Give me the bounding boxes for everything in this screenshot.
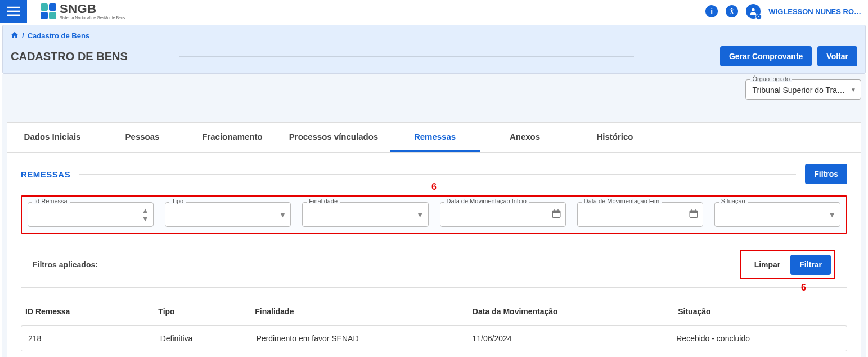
data-inicio-field[interactable]: Data de Movimentação Início [440,202,566,227]
col-situacao: Situação [676,307,845,316]
cell-data: 11/06/2024 [470,334,674,343]
chevron-down-icon: ▼ [416,210,424,219]
cell-id: 218 [26,334,158,343]
tab-remessas[interactable]: Remessas [390,123,480,152]
svg-rect-10 [690,211,698,213]
cell-situacao: Recebido - concluido [674,334,842,343]
tab-anexos[interactable]: Anexos [480,123,570,152]
accessibility-svg [728,7,736,15]
id-remessa-field[interactable]: Id Remessa ▲▼ [28,202,154,227]
filtros-button[interactable]: Filtros [805,164,847,184]
breadcrumb-current[interactable]: Cadastro de Bens [28,32,90,40]
data-fim-field[interactable]: Data de Movimentação Fim [577,202,703,227]
cell-tipo: Definitiva [158,334,254,343]
username-link[interactable]: WIGLESSON NUNES RO… [768,7,861,16]
situacao-input[interactable] [714,202,840,227]
situacao-select[interactable]: Situação ▼ [714,202,840,227]
svg-rect-2 [7,15,20,16]
limpar-button[interactable]: Limpar [744,255,791,275]
divider [79,174,796,175]
col-finalidade: Finalidade [253,307,470,316]
svg-rect-0 [7,7,20,8]
data-inicio-input[interactable] [440,202,566,227]
calendar-icon[interactable] [689,209,699,221]
hamburger-menu-button[interactable] [0,0,27,23]
panel-title: REMESSAS [21,169,70,179]
chevron-down-icon: ▼ [278,210,286,219]
orgao-logado-select[interactable]: Órgão logado Tribunal Superior do Tra… ▼ [745,79,861,100]
data-fim-input[interactable] [577,202,703,227]
annotation-top: 6 [431,182,437,192]
verified-badge-icon: ✓ [755,14,762,20]
breadcrumb: / Cadastro de Bens [11,29,857,46]
voltar-button[interactable]: Voltar [817,46,857,66]
gerar-comprovante-button[interactable]: Gerar Comprovante [720,46,812,66]
annotation-bottom: 6 [801,283,806,293]
table-row[interactable]: 218 Definitiva Perdimento em favor SENAD… [21,325,847,351]
tab-dados-iniciais[interactable]: Dados Iniciais [7,123,97,152]
filtrar-button[interactable]: Filtrar [790,255,831,275]
finalidade-input[interactable] [302,202,428,227]
calendar-icon[interactable] [551,209,561,221]
accessibility-icon[interactable] [726,5,738,17]
finalidade-select[interactable]: Finalidade ▼ [302,202,428,227]
svg-point-3 [731,8,732,9]
tab-historico[interactable]: Histórico [570,123,660,152]
logo[interactable]: SNGB Sistema Nacional de Gestão de Bens [41,3,125,20]
tab-processos-vinculados[interactable]: Processos vínculados [277,123,390,152]
filter-actions-box: Limpar Filtrar 6 [740,250,835,279]
user-avatar-icon[interactable]: ✓ [746,4,761,19]
filtros-aplicados-label: Filtros aplicados: [33,260,98,269]
chevron-down-icon: ▼ [851,87,856,93]
svg-point-4 [752,8,755,11]
svg-rect-8 [557,209,559,212]
home-icon[interactable] [11,31,19,41]
logo-icon [41,3,56,19]
info-icon[interactable]: i [705,5,718,17]
page-title: CADASTRO DE BENS [11,50,128,63]
tab-pessoas[interactable]: Pessoas [97,123,187,152]
svg-rect-1 [7,11,20,12]
breadcrumb-separator: / [22,32,24,40]
orgao-logado-label: Órgão logado [750,75,793,82]
svg-rect-12 [695,209,696,212]
hamburger-icon [7,6,20,16]
filter-fields-box: Id Remessa ▲▼ Tipo ▼ Finalidade ▼ [21,195,847,234]
svg-rect-6 [552,211,560,213]
col-data: Data da Movimentação [470,307,676,316]
logo-text: SNGB Sistema Nacional de Gestão de Bens [60,3,125,20]
remessas-table: ID Remessa Tipo Finalidade Data da Movim… [21,301,847,351]
chevron-down-icon: ▼ [828,210,836,219]
col-tipo: Tipo [156,307,253,316]
svg-rect-7 [554,209,555,212]
id-remessa-input[interactable] [28,202,154,227]
cell-finalidade: Perdimento em favor SENAD [254,334,470,343]
number-spinner-icon[interactable]: ▲▼ [141,207,149,222]
tipo-select[interactable]: Tipo ▼ [165,202,291,227]
tabs: Dados Iniciais Pessoas Fracionamento Pro… [7,122,861,152]
svg-rect-11 [691,209,692,212]
tipo-input[interactable] [165,202,291,227]
col-id: ID Remessa [23,307,156,316]
orgao-logado-value: Tribunal Superior do Tra… [753,86,845,95]
tab-fracionamento[interactable]: Fracionamento [187,123,277,152]
